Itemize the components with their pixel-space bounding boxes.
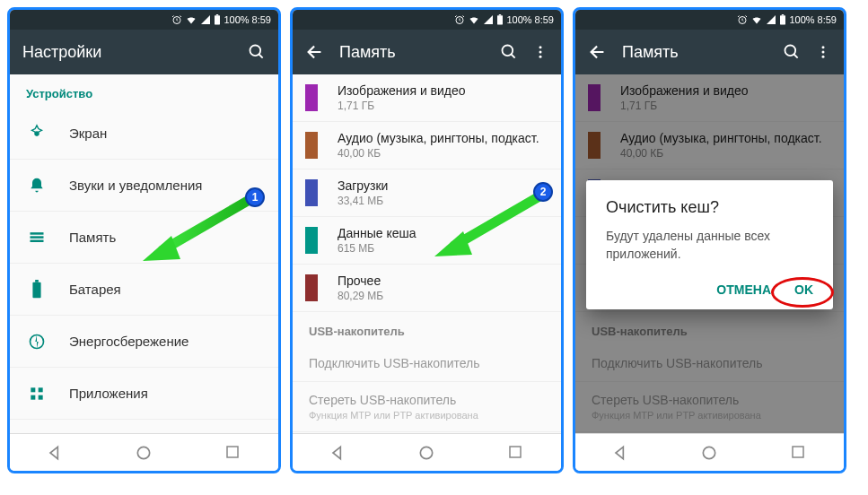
storage-size: 80,29 МБ [338,290,383,302]
storage-size: 1,71 ГБ [338,100,466,112]
setting-label: Экран [69,126,107,141]
svg-rect-20 [499,14,501,15]
status-bar: 100% 8:59 [575,10,844,30]
storage-audio[interactable]: Аудио (музыка, рингтоны, подкаст.40,00 К… [293,122,561,169]
battery-icon [26,279,48,300]
svg-point-34 [822,51,825,54]
search-icon[interactable] [783,43,801,61]
svg-point-23 [539,46,542,48]
svg-rect-13 [39,387,43,392]
storage-downloads[interactable]: Загрузки33,41 МБ [293,169,561,217]
overflow-menu-icon[interactable] [815,43,831,61]
overflow-menu-icon[interactable] [532,43,548,61]
svg-point-24 [539,51,542,54]
back-arrow-icon[interactable] [588,42,608,62]
search-icon[interactable] [500,43,518,61]
home-button[interactable] [700,444,718,462]
storage-icon [26,227,48,248]
svg-rect-19 [497,15,503,24]
color-swatch [305,84,318,111]
recents-button[interactable] [224,444,242,462]
svg-rect-2 [216,14,218,15]
usb-erase[interactable]: Стереть USB-накопитель Функция MTP или P… [293,382,561,432]
svg-rect-1 [215,15,220,24]
svg-point-26 [421,447,433,458]
ok-button[interactable]: OK [794,282,813,297]
svg-line-4 [259,55,263,58]
display-icon [26,123,48,144]
search-icon[interactable] [248,43,266,61]
back-button[interactable] [611,444,629,462]
phone-screen-storage: 100% 8:59 Память Изображения и видео1,71… [290,7,564,473]
storage-other[interactable]: Прочее80,29 МБ [293,265,561,312]
annotation-badge-1: 1 [245,187,265,207]
color-swatch [305,132,318,159]
setting-label: Звуки и уведомления [69,178,202,193]
svg-point-35 [822,56,825,58]
setting-label: Батарея [69,282,121,297]
battery-percent: 100% [789,14,814,25]
power-icon [26,331,48,352]
android-navbar [10,433,278,471]
usb-connect[interactable]: Подключить USB-накопитель [293,345,561,382]
status-bar: 100% 8:59 [10,10,278,30]
setting-label: Память [69,230,116,245]
usb-label: Стереть USB-накопитель [309,393,545,407]
alarm-icon [737,14,748,25]
color-swatch [305,227,318,254]
svg-point-3 [250,46,261,56]
svg-rect-27 [510,447,521,457]
wifi-icon [468,14,480,25]
storage-list: Изображения и видео1,71 ГБ Аудио (музыка… [293,74,561,433]
status-bar: 100% 8:59 [293,10,561,30]
app-bar: Память [575,30,844,74]
apps-icon [26,383,48,404]
phone-screen-dialog: 100% 8:59 Память Изображения и видео1,71… [573,7,846,473]
status-time: 8:59 [252,14,271,25]
setting-battery[interactable]: Батарея [10,264,278,316]
phone-screen-settings: 100% 8:59 Настройки Устройство Экран Зву… [7,7,281,473]
back-button[interactable] [329,444,346,462]
storage-images[interactable]: Изображения и видео1,71 ГБ [293,74,561,122]
clear-cache-dialog: Очистить кеш? Будут удалены данные всех … [586,180,833,309]
storage-cache[interactable]: Данные кеша615 МБ [293,217,561,265]
storage-label: Аудио (музыка, рингтоны, подкаст. [338,131,539,145]
svg-point-33 [822,46,825,48]
page-title: Память [339,43,486,62]
wifi-icon [185,14,197,25]
battery-percent: 100% [224,14,249,25]
back-arrow-icon[interactable] [305,42,325,62]
svg-rect-6 [31,232,44,235]
home-button[interactable] [417,444,435,462]
setting-display[interactable]: Экран [10,108,278,160]
storage-label: Изображения и видео [338,83,466,98]
svg-point-25 [539,56,542,58]
storage-label: Загрузки [338,178,388,193]
signal-icon [200,14,211,25]
page-title: Память [622,43,768,62]
recents-button[interactable] [790,444,808,462]
back-button[interactable] [46,444,64,462]
signal-icon [483,14,494,25]
battery-icon [214,14,221,25]
signal-icon [766,14,776,25]
alarm-icon [171,14,182,25]
color-swatch [305,179,318,206]
svg-rect-30 [782,14,784,15]
storage-size: 40,00 КБ [338,147,539,160]
bell-icon [26,175,48,196]
section-usb: USB-накопитель [293,312,561,345]
setting-sound[interactable]: Звуки и уведомления [10,160,278,212]
svg-rect-7 [31,236,44,239]
home-button[interactable] [135,444,153,462]
recents-button[interactable] [507,444,525,462]
dialog-title: Очистить кеш? [606,198,813,217]
wifi-icon [750,14,763,25]
svg-point-31 [785,46,796,56]
svg-point-21 [503,46,513,56]
setting-power[interactable]: Энергосбережение [10,316,278,368]
setting-storage[interactable]: Память [10,212,278,264]
status-time: 8:59 [535,14,554,25]
cancel-button[interactable]: ОТМЕНА [716,282,771,297]
setting-apps[interactable]: Приложения [10,368,278,420]
